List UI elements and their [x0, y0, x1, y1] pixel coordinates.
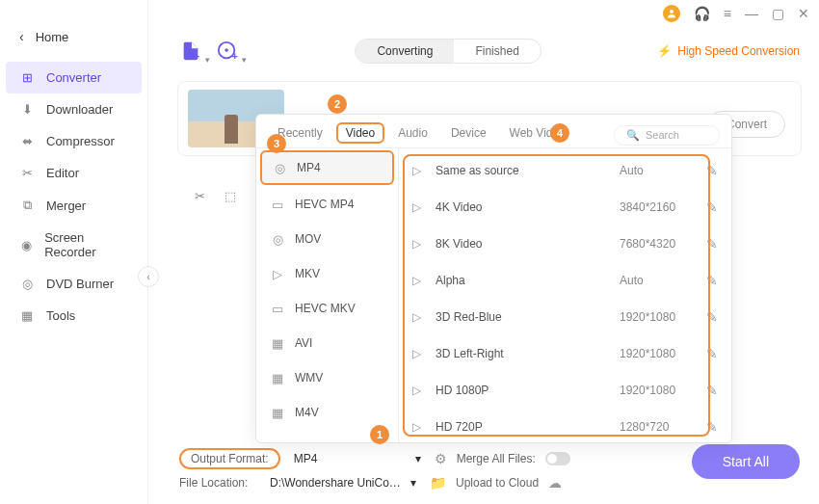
- output-format-dropdown[interactable]: MP4 ▾: [290, 452, 425, 465]
- format-mkv[interactable]: ▷MKV: [256, 256, 398, 291]
- format-mp4[interactable]: ◎MP4: [260, 150, 394, 185]
- merge-icon: ⧉: [19, 198, 35, 213]
- merge-label: Merge All Files:: [457, 452, 536, 465]
- format-hevc-mkv[interactable]: ▭HEVC MKV: [256, 291, 398, 326]
- format-label: AVI: [295, 336, 312, 350]
- sidebar-nav: ⊞Converter ⬇Downloader ⬌Compressor ✂Edit…: [0, 62, 147, 332]
- popup-tab-audio[interactable]: Audio: [388, 122, 437, 147]
- sidebar-item-editor[interactable]: ✂Editor: [0, 157, 147, 189]
- home-label: Home: [36, 30, 69, 44]
- edit-icon[interactable]: ✎: [706, 383, 718, 398]
- bottom-bar: Output Format: MP4 ▾ ⚙ Merge All Files: …: [160, 442, 819, 504]
- film-icon: ▦: [270, 370, 285, 385]
- target-icon: ◎: [272, 160, 287, 175]
- video-icon: ▷: [412, 420, 428, 434]
- preset-res: 1920*1080: [620, 384, 706, 397]
- preset-row[interactable]: ▷Same as sourceAuto✎: [399, 152, 731, 189]
- tab-converting[interactable]: Converting: [356, 40, 454, 63]
- sidebar-item-label: DVD Burner: [46, 277, 114, 291]
- preset-row[interactable]: ▷8K Video7680*4320✎: [399, 225, 731, 262]
- sidebar: ‹ Home ⊞Converter ⬇Downloader ⬌Compresso…: [0, 0, 148, 504]
- film-icon: ▦: [270, 405, 285, 420]
- location-dropdown[interactable]: D:\Wondershare UniConverter 1 ▾: [266, 476, 420, 490]
- video-icon: ▷: [412, 237, 428, 251]
- cloud-label: Upload to Cloud: [456, 476, 539, 490]
- sidebar-item-tools[interactable]: ▦Tools: [0, 300, 147, 332]
- titlebar: 🎧 ≡ — ▢ ✕: [653, 0, 819, 27]
- sidebar-item-merger[interactable]: ⧉Merger: [0, 189, 147, 222]
- headset-icon[interactable]: 🎧: [694, 6, 710, 21]
- step-badge-2: 2: [328, 94, 347, 114]
- step-badge-1: 1: [370, 425, 389, 444]
- user-avatar[interactable]: [663, 5, 680, 22]
- minimize-icon[interactable]: —: [745, 6, 758, 21]
- format-label: MKV: [295, 267, 320, 280]
- preset-row[interactable]: ▷HD 720P1280*720✎: [399, 409, 731, 442]
- sidebar-item-compressor[interactable]: ⬌Compressor: [0, 125, 147, 157]
- search-icon: 🔍: [626, 129, 640, 142]
- tab-finished[interactable]: Finished: [454, 40, 540, 63]
- start-all-button[interactable]: Start All: [692, 444, 800, 479]
- edit-icon[interactable]: ✎: [706, 163, 718, 178]
- edit-icon[interactable]: ✎: [706, 346, 718, 361]
- format-avi[interactable]: ▦AVI: [256, 326, 398, 360]
- preset-row[interactable]: ▷HD 1080P1920*1080✎: [399, 372, 731, 409]
- maximize-icon[interactable]: ▢: [772, 6, 784, 21]
- output-format-area[interactable]: Output Format:: [179, 448, 280, 469]
- video-icon: ▷: [412, 310, 428, 324]
- edit-icon[interactable]: ✎: [706, 199, 718, 215]
- popup-tab-video[interactable]: Video: [336, 122, 384, 144]
- hevc-icon: ▭: [270, 197, 285, 212]
- converter-icon: ⊞: [19, 70, 35, 85]
- edit-icon[interactable]: ✎: [706, 273, 718, 288]
- sidebar-item-dvd-burner[interactable]: ◎DVD Burner: [0, 268, 147, 300]
- menu-icon[interactable]: ≡: [724, 6, 731, 21]
- add-disc-button[interactable]: + ▾: [216, 40, 239, 63]
- edit-icon[interactable]: ✎: [706, 419, 718, 435]
- high-speed-toggle[interactable]: ⚡ High Speed Conversion: [657, 44, 800, 58]
- merge-toggle[interactable]: [545, 452, 570, 465]
- film-icon: ▦: [270, 335, 285, 351]
- sidebar-item-screen-recorder[interactable]: ◉Screen Recorder: [0, 222, 147, 268]
- preset-row[interactable]: ▷AlphaAuto✎: [399, 262, 731, 299]
- format-wmv[interactable]: ▦WMV: [256, 360, 398, 395]
- format-hevc-mp4[interactable]: ▭HEVC MP4: [256, 187, 398, 222]
- chevron-down-icon: ▾: [410, 476, 416, 490]
- format-mov[interactable]: ◎MOV: [256, 222, 398, 256]
- sidebar-collapse-handle[interactable]: ‹: [138, 266, 159, 287]
- sidebar-item-converter[interactable]: ⊞Converter: [6, 62, 142, 93]
- format-label: MOV: [295, 232, 321, 246]
- output-label: Output Format:: [191, 452, 269, 465]
- preset-row[interactable]: ▷3D Red-Blue1920*1080✎: [399, 299, 731, 335]
- search-placeholder: Search: [646, 129, 679, 141]
- chevron-down-icon: ▾: [415, 452, 421, 465]
- sidebar-item-label: Tools: [46, 308, 75, 323]
- cloud-icon[interactable]: ☁: [548, 475, 562, 491]
- close-icon[interactable]: ✕: [798, 6, 809, 21]
- edit-icon[interactable]: ✎: [706, 309, 718, 325]
- add-buttons: + ▾ + ▾: [179, 40, 239, 63]
- video-icon: ▷: [412, 164, 428, 177]
- format-popup: Recently Video Audio Device Web Video 🔍 …: [255, 114, 732, 443]
- add-file-button[interactable]: + ▾: [179, 40, 202, 63]
- sidebar-item-label: Merger: [46, 199, 86, 213]
- popup-tab-device[interactable]: Device: [441, 122, 496, 147]
- preset-res: Auto: [620, 164, 706, 177]
- sidebar-item-downloader[interactable]: ⬇Downloader: [0, 93, 147, 125]
- back-home[interactable]: ‹ Home: [0, 29, 147, 62]
- download-icon: ⬇: [19, 102, 35, 117]
- preset-name: Same as source: [436, 164, 620, 177]
- popup-search[interactable]: 🔍 Search: [614, 125, 720, 146]
- chevron-left-icon: ‹: [19, 29, 24, 44]
- preset-row[interactable]: ▷4K Video3840*2160✎: [399, 189, 731, 225]
- folder-icon[interactable]: 📁: [430, 475, 446, 491]
- sidebar-item-label: Editor: [46, 166, 79, 180]
- video-icon: ▷: [412, 384, 428, 397]
- top-toolbar: + ▾ + ▾ Converting Finished ⚡ High Speed…: [160, 33, 819, 73]
- gear-icon[interactable]: ⚙: [435, 451, 447, 466]
- edit-icon[interactable]: ✎: [706, 236, 718, 252]
- sidebar-item-label: Downloader: [46, 102, 113, 117]
- preset-name: HD 1080P: [436, 384, 620, 397]
- preset-res: Auto: [620, 274, 706, 287]
- preset-row[interactable]: ▷3D Left-Right1920*1080✎: [399, 335, 731, 372]
